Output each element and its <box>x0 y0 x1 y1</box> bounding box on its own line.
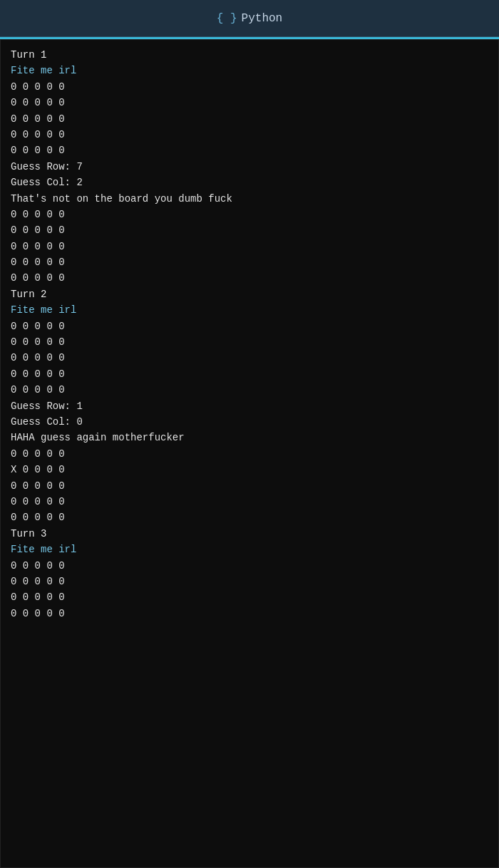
console-line-board: 0 0 0 0 0 <box>11 95 491 110</box>
console-line-board: 0 0 0 0 0 <box>11 510 491 525</box>
console-line-board: 0 0 0 0 0 <box>11 574 491 589</box>
console-line-board: 0 0 0 0 0 <box>11 143 491 158</box>
console-line-board: 0 0 0 0 0 <box>11 207 491 222</box>
console-line-fite: Fite me irl <box>11 542 491 557</box>
console-line-board: 0 0 0 0 0 <box>11 366 491 382</box>
console-line-fite: Fite me irl <box>11 63 491 78</box>
console-line-board: 0 0 0 0 0 <box>11 350 491 366</box>
console-line-haha: HAHA guess again motherfucker <box>11 430 491 445</box>
console-line-board: 0 0 0 0 0 <box>11 239 491 254</box>
console-line-label: Guess Row: 7 <box>11 159 491 175</box>
console-line-board: 0 0 0 0 0 <box>11 79 491 95</box>
console-line-board: 0 0 0 0 0 <box>11 589 491 605</box>
console-output: Turn 1Fite me irl0 0 0 0 00 0 0 0 00 0 0… <box>0 39 499 868</box>
python-icon: { } <box>217 12 237 25</box>
console-line-turn: Turn 1 <box>11 47 491 63</box>
console-line-error: That's not on the board you dumb fuck <box>11 191 491 207</box>
console-line-board: 0 0 0 0 0 <box>11 111 491 127</box>
console-line-board: 0 0 0 0 0 <box>11 382 491 398</box>
console-line-board: 0 0 0 0 0 <box>11 494 491 510</box>
console-line-board: 0 0 0 0 0 <box>11 319 491 334</box>
console-line-board: 0 0 0 0 0 <box>11 446 491 462</box>
console-line-board: 0 0 0 0 0 <box>11 558 491 574</box>
console-line-turn: Turn 2 <box>11 286 491 302</box>
console-line-label: Guess Col: 2 <box>11 175 491 190</box>
console-line-board: 0 0 0 0 0 <box>11 478 491 494</box>
console-line-fite: Fite me irl <box>11 302 491 318</box>
console-line-label: Guess Row: 1 <box>11 398 491 414</box>
console-line-board: 0 0 0 0 0 <box>11 254 491 270</box>
console-line-board: 0 0 0 0 0 <box>11 334 491 350</box>
window-title: Python <box>242 12 283 25</box>
console-line-board: 0 0 0 0 0 <box>11 222 491 238</box>
console-line-board-x: X 0 0 0 0 <box>11 462 491 477</box>
console-line-turn: Turn 3 <box>11 526 491 542</box>
title-bar: { } Python <box>0 0 499 39</box>
console-line-board: 0 0 0 0 0 <box>11 270 491 286</box>
console-line-label: Guess Col: 0 <box>11 414 491 430</box>
console-line-board: 0 0 0 0 0 <box>11 127 491 143</box>
console-line-board: 0 0 0 0 0 <box>11 606 491 621</box>
